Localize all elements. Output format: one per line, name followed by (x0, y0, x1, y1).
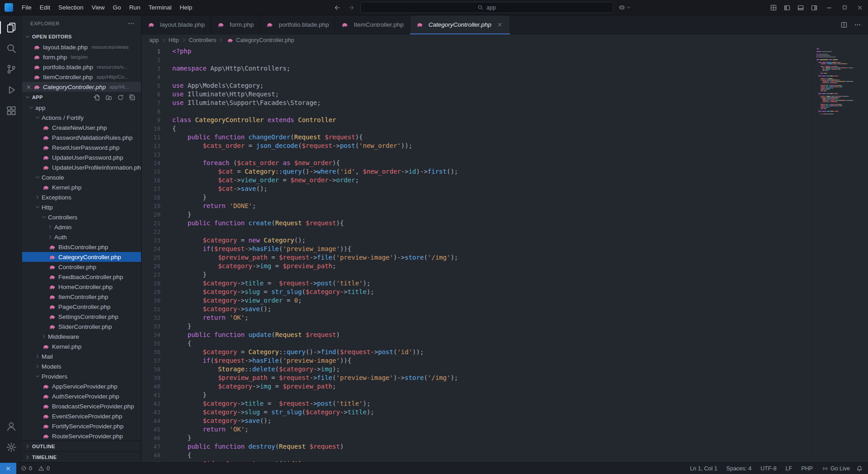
code-line[interactable]: 4 (142, 73, 809, 81)
close-icon[interactable] (24, 83, 33, 91)
tree-item-kernel-php[interactable]: Kernel.php (22, 341, 141, 351)
code-line[interactable]: 28 $category->title = $request->post('ti… (142, 279, 809, 288)
activity-accounts-icon[interactable] (0, 416, 22, 437)
code-line[interactable]: 1<?php (142, 47, 809, 56)
notifications-icon[interactable] (854, 463, 868, 474)
menu-file[interactable]: File (18, 2, 36, 13)
code-line[interactable]: 26 $category->img = $preview_path; (142, 262, 809, 270)
activity-settings-icon[interactable] (0, 437, 22, 458)
activity-run-and-debug-icon[interactable] (0, 80, 22, 100)
code-line[interactable]: 6use Illuminate\Http\Request; (142, 90, 809, 99)
menu-run[interactable]: Run (125, 2, 145, 13)
code-line[interactable]: 32 return 'OK'; (142, 313, 809, 322)
code-line[interactable]: 17 $cat->save(); (142, 185, 809, 193)
code-line[interactable]: 10{ (142, 124, 809, 133)
code-line[interactable]: 37 if($request->hasFile('preview-image')… (142, 356, 809, 365)
menu-view[interactable]: View (88, 2, 109, 13)
tree-item-fortifyserviceprovider-php[interactable]: FortifyServiceProvider.php (22, 421, 141, 431)
minimize-button[interactable] (822, 1, 836, 14)
command-center-search[interactable]: app (360, 2, 613, 13)
tree-item-settingscontroller-php[interactable]: SettingsController.php (22, 312, 141, 322)
new-folder-icon[interactable] (105, 94, 112, 101)
tree-item-console[interactable]: Console (22, 172, 141, 182)
code-line[interactable]: 41 } (142, 391, 809, 399)
code-line[interactable]: 44 $category->save(); (142, 417, 809, 425)
code-line[interactable]: 20 } (142, 210, 809, 219)
code-line[interactable]: 38 Storage::delete($category->img); (142, 365, 809, 374)
tree-item-admin[interactable]: Admin (22, 222, 141, 232)
back-icon[interactable] (332, 3, 342, 13)
activity-search-icon[interactable] (0, 38, 22, 59)
tree-item-resetuserpassword-php[interactable]: ResetUserPassword.php (22, 142, 141, 152)
breadcrumb-http[interactable]: Http (169, 37, 179, 43)
new-file-icon[interactable] (94, 94, 100, 101)
tree-item-appserviceprovider-php[interactable]: AppServiceProvider.php (22, 381, 141, 391)
menu-selection[interactable]: Selection (54, 2, 88, 13)
code-line[interactable]: 11 public function changeOrder(Request $… (142, 133, 809, 142)
code-line[interactable]: 45 return 'OK'; (142, 425, 809, 434)
code-line[interactable]: 47 public function destroy(Request $requ… (142, 442, 809, 451)
minimap[interactable] (813, 46, 868, 462)
open-editors-header[interactable]: OPEN EDITORS (22, 31, 141, 42)
tab-itemcontroller-php[interactable]: ItemController.php (335, 15, 410, 34)
tab-categorycontroller-php[interactable]: CategoryController.php (410, 15, 510, 34)
toggle-secondary-sidebar-icon[interactable] (807, 2, 821, 14)
code-line[interactable]: 31 $category->save(); (142, 305, 809, 313)
code-line[interactable]: 24 if($request->hasFile('preview_image')… (142, 245, 809, 253)
code-line[interactable]: 34 public function update(Request $reque… (142, 331, 809, 339)
menu-help[interactable]: Help (175, 2, 196, 13)
tree-item-controller-php[interactable]: Controller.php (22, 262, 141, 272)
tree-item-pagecontroller-php[interactable]: PageController.php (22, 302, 141, 312)
tree-item-authserviceprovider-php[interactable]: AuthServiceProvider.php (22, 391, 141, 401)
tab-portfolio-blade-php[interactable]: portfolio.blade.php (260, 15, 335, 34)
refresh-icon[interactable] (117, 94, 124, 101)
tree-item-homecontroller-php[interactable]: HomeController.php (22, 282, 141, 292)
code-line[interactable]: 15 $cat = Category::query()->where('id',… (142, 167, 809, 176)
code-line[interactable]: 22 (142, 228, 809, 236)
code-line[interactable]: 13 (142, 150, 809, 159)
tree-item-categorycontroller-php[interactable]: CategoryController.php (22, 252, 141, 262)
tree-item-slidercontroller-php[interactable]: SliderController.php (22, 322, 141, 332)
maximize-button[interactable] (837, 1, 852, 14)
tree-item-http[interactable]: Http (22, 202, 141, 212)
code-line[interactable]: 3namespace App\Http\Controllers; (142, 64, 809, 73)
tree-item-passwordvalidationrules-php[interactable]: PasswordValidationRules.php (22, 133, 141, 142)
tree-item-models[interactable]: Models (22, 361, 141, 371)
collapse-all-icon[interactable] (129, 94, 136, 101)
tree-item-bidscontroller-php[interactable]: BidsController.php (22, 242, 141, 252)
code-line[interactable]: 14 foreach ($cats_order as $new_order){ (142, 159, 809, 167)
tree-item-actions-fortify[interactable]: Actions / Fortify (22, 113, 141, 123)
code-line[interactable]: 33 } (142, 322, 809, 331)
tree-item-exceptions[interactable]: Exceptions (22, 192, 141, 202)
tree-item-providers[interactable]: Providers (22, 371, 141, 381)
tree-item-auth[interactable]: Auth (22, 232, 141, 242)
code-line[interactable]: 40 $category->img = $preview_path; (142, 382, 809, 391)
status-go-live[interactable]: Go Live (817, 463, 854, 474)
tab-layout-blade-php[interactable]: layout.blade.php (142, 15, 211, 34)
tree-item-kernel-php[interactable]: Kernel.php (22, 182, 141, 192)
more-actions-icon[interactable] (127, 20, 135, 27)
status-indentation[interactable]: Spaces: 4 (722, 463, 756, 474)
tree-item-mail[interactable]: Mail (22, 351, 141, 361)
editor-more-actions-icon[interactable] (854, 21, 861, 28)
tab-form-php[interactable]: form.php (211, 15, 260, 34)
forward-icon[interactable] (346, 3, 356, 13)
open-editor-form-php[interactable]: form.phplang/en (22, 52, 141, 62)
tree-item-middleware[interactable]: Middleware (22, 332, 141, 341)
split-editor-icon[interactable] (840, 21, 848, 28)
tree-item-feedbackcontroller-php[interactable]: FeedbackController.php (22, 272, 141, 282)
remote-indicator[interactable] (0, 463, 16, 474)
code-line[interactable]: 23 $category = new Category(); (142, 236, 809, 245)
tree-item-broadcastserviceprovider-php[interactable]: BroadcastServiceProvider.php (22, 401, 141, 411)
assistant-menu[interactable] (618, 4, 631, 11)
status-encoding[interactable]: UTF-8 (756, 463, 781, 474)
code-line[interactable]: 46 } (142, 434, 809, 442)
code-line[interactable]: 21 public function create(Request $reque… (142, 219, 809, 228)
code-line[interactable]: 12 $cats_order = json_decode($request->p… (142, 142, 809, 150)
code-line[interactable]: 39 $preview_path = $request->file('previ… (142, 374, 809, 382)
tree-item-updateuserpassword-php[interactable]: UpdateUserPassword.php (22, 152, 141, 162)
code-line[interactable]: 2 (142, 56, 809, 64)
timeline-header[interactable]: TIMELINE (22, 451, 141, 462)
code-line[interactable]: 36 $category = Category::query()->find($… (142, 348, 809, 356)
tree-item-app[interactable]: app (22, 103, 141, 113)
